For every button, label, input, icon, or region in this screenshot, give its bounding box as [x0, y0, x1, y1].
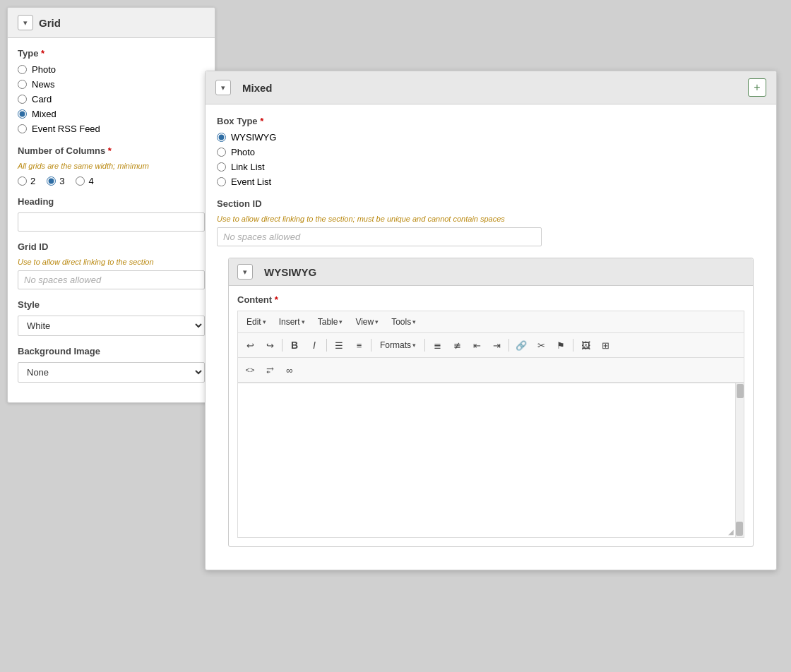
image-icon: 🖼 [581, 340, 590, 351]
undo-icon: ↩ [246, 340, 254, 351]
type-radio-photo[interactable]: Photo [18, 64, 205, 75]
tools-menu-btn[interactable]: Tools ▾ [386, 314, 422, 330]
wysiwyg-header: ▾ WYSIWYG [229, 258, 753, 286]
table-menu-btn[interactable]: Table ▾ [312, 314, 349, 330]
wysiwyg-editor-area[interactable]: ◢ [237, 383, 744, 538]
columns-radio-3[interactable]: 3 [47, 176, 64, 186]
mixed-panel: ▾ Mixed + Box Type * WYSIWYG Photo Link … [205, 71, 777, 570]
unordered-list-icon: ≣ [434, 340, 441, 351]
grid-panel-body: Type * Photo News Card Mixed Event RSS F… [8, 38, 215, 402]
heading-input[interactable] [18, 212, 205, 232]
image-btn[interactable]: 🖼 [576, 336, 595, 354]
box-type-label: Box Type * [217, 116, 765, 126]
mixed-panel-title: Mixed [242, 82, 273, 94]
wysiwyg-title: WYSIWYG [264, 266, 316, 278]
bookmark-icon: ⚑ [557, 340, 565, 351]
table-dropdown-arrow: ▾ [339, 318, 343, 325]
align-left-btn[interactable]: ☰ [330, 336, 348, 354]
redo-btn[interactable]: ↪ [261, 336, 279, 354]
box-type-section: Box Type * WYSIWYG Photo Link List Event… [217, 116, 765, 187]
wysiwyg-format-toolbar: ↩ ↪ B I ☰ [237, 332, 744, 357]
bg-image-field-group: Background Image None [18, 346, 205, 383]
ol-btn[interactable]: ≢ [448, 336, 466, 354]
grid-id-label: Grid ID [18, 241, 205, 252]
box-type-wysiwyg[interactable]: WYSIWYG [217, 132, 765, 143]
toolbar-sep-5 [509, 339, 509, 352]
insert-menu-btn[interactable]: Insert ▾ [273, 314, 311, 330]
undo-btn[interactable]: ↩ [241, 336, 259, 354]
link-btn[interactable]: 🔗 [512, 336, 530, 354]
toolbar-sep-6 [573, 339, 573, 352]
type-radio-card[interactable]: Card [18, 94, 205, 104]
edit-menu-btn[interactable]: Edit ▾ [241, 314, 272, 330]
align-center-btn[interactable]: ≡ [350, 336, 368, 354]
content-label: Content * [237, 294, 744, 305]
bold-btn[interactable]: B [285, 336, 304, 354]
box-type-photo[interactable]: Photo [217, 147, 765, 157]
section-id-label: Section ID [217, 198, 765, 209]
toolbar-sep-3 [371, 339, 371, 352]
ul-btn[interactable]: ≣ [428, 336, 446, 354]
editor-scrollbar[interactable] [735, 383, 744, 537]
mixed-header-left: ▾ Mixed [215, 80, 273, 95]
style-field-group: Style White Light Gray Dark Blue [18, 299, 205, 336]
italic-btn[interactable]: I [305, 336, 323, 354]
columns-label: Number of Columns * [18, 145, 205, 156]
ordered-list-icon: ≢ [453, 340, 461, 351]
grid-panel: ▾ Grid Type * Photo News Card Mixed [7, 7, 215, 403]
section-id-helper: Use to allow direct linking to the secti… [217, 215, 765, 223]
chevron-down-icon: ▾ [23, 18, 28, 28]
formats-dropdown-arrow: ▾ [412, 342, 416, 349]
fullscreen-icon: ⥂ [266, 365, 274, 376]
source-code-icon: <> [246, 366, 255, 374]
mixed-add-button[interactable]: + [748, 78, 766, 97]
fullscreen-btn[interactable]: ⥂ [261, 361, 279, 379]
type-radio-mixed[interactable]: Mixed [18, 109, 205, 119]
table-insert-icon: ⊞ [602, 340, 609, 351]
table-insert-btn[interactable]: ⊞ [596, 336, 614, 354]
unlink-btn[interactable]: ✂ [532, 336, 550, 354]
wysiwyg-menu-toolbar: Edit ▾ Insert ▾ Table ▾ View ▾ [237, 311, 744, 332]
heading-field-group: Heading [18, 196, 205, 232]
mixed-panel-header: ▾ Mixed + [206, 71, 776, 104]
type-label: Type * [18, 48, 205, 59]
bold-icon: B [291, 340, 298, 351]
grid-panel-header: ▾ Grid [8, 8, 215, 38]
mixed-panel-body: Box Type * WYSIWYG Photo Link List Event… [206, 104, 776, 570]
columns-radio-4[interactable]: 4 [76, 176, 93, 186]
tools-dropdown-arrow: ▾ [412, 318, 416, 325]
grid-id-helper: Use to allow direct linking to the secti… [18, 258, 205, 266]
grid-collapse-button[interactable]: ▾ [18, 15, 33, 30]
columns-field-group: Number of Columns * All grids are the sa… [18, 145, 205, 186]
mixed-collapse-button[interactable]: ▾ [215, 80, 231, 95]
wysiwyg-body: Content * Edit ▾ Insert ▾ Table ▾ [229, 286, 753, 546]
align-center-icon: ≡ [357, 340, 362, 351]
wysiwyg-collapse-button[interactable]: ▾ [237, 264, 253, 280]
source-code-btn[interactable]: <> [241, 361, 259, 379]
editor-resize-handle[interactable]: ◢ [728, 528, 734, 536]
outdent-btn[interactable]: ⇤ [468, 336, 486, 354]
scrollbar-thumb-top [737, 384, 744, 398]
unlink-icon: ✂ [537, 340, 545, 351]
bg-image-select[interactable]: None [18, 362, 205, 383]
section-id-input[interactable] [217, 227, 542, 246]
columns-radio-2[interactable]: 2 [18, 176, 35, 186]
box-type-event-list[interactable]: Event List [217, 176, 765, 187]
formats-btn[interactable]: Formats ▾ [374, 337, 422, 353]
insert-dropdown-arrow: ▾ [302, 318, 305, 325]
view-dropdown-arrow: ▾ [375, 318, 379, 325]
style-select[interactable]: White Light Gray Dark Blue [18, 316, 205, 336]
grid-id-input[interactable] [18, 270, 205, 289]
grid-id-field-group: Grid ID Use to allow direct linking to t… [18, 241, 205, 289]
indent-btn[interactable]: ⇥ [487, 336, 506, 354]
type-radio-news[interactable]: News [18, 79, 205, 90]
type-radio-event-rss[interactable]: Event RSS Feed [18, 124, 205, 134]
scrollbar-thumb-bottom [736, 522, 743, 536]
align-left-icon: ☰ [335, 340, 343, 351]
view-menu-btn[interactable]: View ▾ [350, 314, 384, 330]
box-type-link-list[interactable]: Link List [217, 162, 765, 172]
bookmark-btn[interactable]: ⚑ [552, 336, 570, 354]
infinity-btn[interactable]: ∞ [280, 361, 299, 379]
plus-icon: + [754, 81, 760, 94]
link-icon: 🔗 [516, 340, 527, 351]
